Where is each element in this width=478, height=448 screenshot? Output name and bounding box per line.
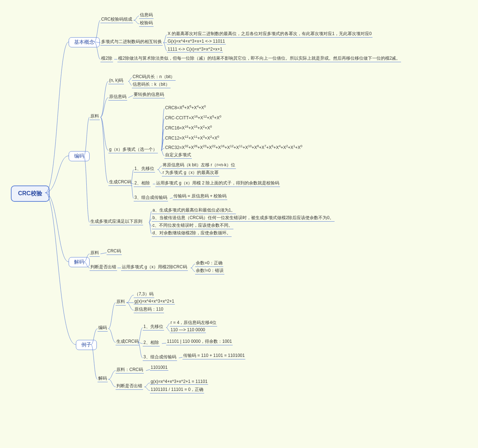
step-combine: 3、组合成传输码	[134, 194, 168, 201]
poly-ex2: 1111 <-> C(x)=x^3+x^2+x+1	[167, 46, 223, 52]
gen-poly-rules: 生成多项式应满足以下原则	[90, 218, 143, 225]
gx-poly: g（x）多项式（选一个）	[108, 146, 158, 153]
crc8: CRC8=X8+X5+X4+X0	[164, 104, 207, 111]
ex-shift: 1、先移位	[143, 323, 164, 330]
custom-poly: 自定义多项式	[164, 152, 192, 159]
judge-error: 判断是否出错	[90, 264, 117, 271]
poly-ex1: G(x)=x^4+x^3+x+1 <-> 11011	[167, 38, 226, 44]
r-desc: r 为多项式 g（x）的最高次幂	[162, 169, 219, 176]
combine-desc: 传输码 = 原信息码 + 校验码	[173, 193, 227, 200]
check-code: 校验码	[139, 20, 154, 27]
ex-gen-crc: 生成CRC码	[116, 338, 139, 345]
ex-dec-material: 原料：CRC码	[116, 366, 144, 374]
branch-decoding[interactable]: 解码	[69, 257, 90, 267]
poly-binary: 多项式与二进制数码的相互转换	[100, 38, 163, 46]
ex-73: （7,3）码	[134, 291, 154, 298]
branch-basic-concept[interactable]: 基本概念	[69, 37, 100, 47]
ex-info: 原信息码：110	[134, 306, 164, 313]
mod2: 模2除	[100, 55, 113, 62]
step-shift: 1、先移位	[134, 165, 155, 172]
ex-div: 2、相除	[143, 339, 160, 346]
rem0: 余数=0：正确	[195, 260, 223, 267]
step-div: 2、相除	[134, 180, 151, 187]
ex-div1: 11101 | 110 0000，得余数：1001	[166, 338, 233, 345]
crc16: CRC16=X16+X15+X2+X0	[164, 124, 212, 131]
ex-combine: 3、组合成传输码	[143, 354, 177, 361]
ex-shift1: r = 4，原信息码左移4位	[170, 319, 217, 327]
ex-judge2: 1101101 / 11101 = 0，正确	[150, 386, 204, 393]
ex-combine1: 传输码 = 110 + 1101 = 1101001	[182, 352, 245, 359]
ex-gx: g(x)=x^4+x^3+x^2+1	[134, 298, 175, 304]
info-code: 信息码	[139, 12, 154, 19]
rule-d: d、对余数继续做模2除，应使余数循环。	[152, 230, 232, 237]
info-len: 信息码长：k（bit）	[132, 81, 171, 88]
poly-desc: X 的最高幂次对应二进制数的最高位，之后各位对应多项式的各幂次，有此幂次项对应1…	[167, 30, 373, 38]
shift-desc: 将原信息码（k bit）左移 r（r=n-k）位	[162, 162, 236, 169]
crc-ccitt: CRC-CCITT=X16+X12+X5+X0	[164, 114, 222, 121]
ex-judge: 判断是否出错	[116, 383, 143, 390]
decode-crc: CRC码	[107, 248, 122, 255]
branch-example[interactable]: 例子	[76, 340, 97, 350]
ex-judge1: g(x)=x^4+x^3+x^2+1 = 11101	[150, 379, 208, 385]
encode-material: 原料	[90, 113, 100, 120]
root-node[interactable]: CRC校验	[11, 185, 49, 202]
info-to-convert: 要转换的信息码	[133, 91, 165, 98]
div-desc: 运用多项式 g（x）用模 2 除上面的式子，得到的余数就是校验码	[155, 180, 280, 187]
orig-info: 原信息码	[108, 93, 127, 101]
judge-method: 运用多项式 g（x）用模2除CRC码	[121, 264, 188, 271]
mod2-desc: 模2除做法与算术除法类似，但每一位除（减）的结果不影响其它位，即不向上一位借位。…	[117, 55, 401, 62]
rule-b: b、当被传送信息（CRC码）任何一位发生错误时，被生成多项式做模2除后应该使余数…	[152, 214, 335, 222]
branch-encoding[interactable]: 编码	[69, 151, 90, 161]
rule-c: c、不同位发生错误时，应该使余数不同。	[152, 222, 233, 229]
ex-material: 原料	[116, 298, 126, 306]
crc32: CRC32=X32+X26+X23+X22+X16+X12+X11+X10+X8…	[164, 144, 303, 150]
remn0: 余数!=0：错误	[195, 267, 224, 274]
ex-shift2: 110 —> 110 0000	[170, 327, 206, 333]
crc12: CRC12=X12+X11+X3+X2+X0	[164, 135, 220, 141]
ex-decode: 解码	[98, 375, 108, 382]
crc-composition: CRC校验码组成	[100, 16, 133, 23]
nk-code: (n, k)码	[108, 77, 124, 84]
gen-crc: 生成CRC码	[108, 179, 132, 186]
ex-encode: 编码	[98, 324, 108, 332]
crc-len: CRC码共长：n（bit）	[132, 73, 176, 81]
ex-dec-crc: 1101001	[150, 364, 168, 371]
decode-material: 原料	[90, 249, 100, 257]
rule-a: a、生成多项式的最高位和最低位必须为1。	[152, 207, 236, 214]
